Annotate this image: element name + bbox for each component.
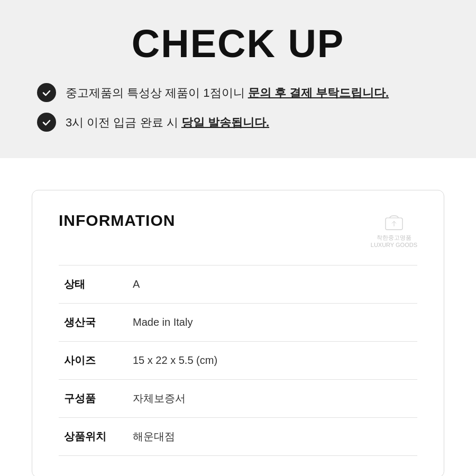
info-card: INFORMATION 착한중고명품 LUXURY GOODS 상태 A 생 bbox=[32, 190, 444, 476]
brand-watermark: 착한중고명품 LUXURY GOODS bbox=[371, 212, 417, 249]
brand-name: 착한중고명품 LUXURY GOODS bbox=[371, 234, 417, 249]
checkmark-icon-2 bbox=[37, 113, 56, 132]
row-value: 해운대점 bbox=[127, 417, 417, 455]
table-row: 생산국 Made in Italy bbox=[59, 303, 417, 341]
check-items-list: 중고제품의 특성상 제품이 1점이니 문의 후 결제 부탁드립니다. 3시 이전… bbox=[32, 83, 444, 132]
row-label: 구성품 bbox=[59, 379, 127, 417]
top-section: CHECK UP 중고제품의 특성상 제품이 1점이니 문의 후 결제 부탁드립… bbox=[0, 0, 476, 158]
table-row: 상태 A bbox=[59, 265, 417, 303]
bottom-section: INFORMATION 착한중고명품 LUXURY GOODS 상태 A 생 bbox=[0, 158, 476, 476]
check-item-1: 중고제품의 특성상 제품이 1점이니 문의 후 결제 부탁드립니다. bbox=[37, 83, 439, 102]
check-item-2: 3시 이전 입금 완료 시 당일 발송됩니다. bbox=[37, 113, 439, 132]
info-table: 상태 A 생산국 Made in Italy 사이즈 15 x 22 x 5.5… bbox=[59, 265, 417, 456]
table-row: 구성품 자체보증서 bbox=[59, 379, 417, 417]
table-row: 상품위치 해운대점 bbox=[59, 417, 417, 455]
check-highlight-2: 당일 발송됩니다. bbox=[181, 116, 269, 129]
brand-logo-icon bbox=[381, 212, 407, 233]
table-row: 사이즈 15 x 22 x 5.5 (cm) bbox=[59, 341, 417, 379]
row-value: Made in Italy bbox=[127, 303, 417, 341]
row-value: A bbox=[127, 265, 417, 303]
check-text-2: 3시 이전 입금 완료 시 당일 발송됩니다. bbox=[66, 114, 269, 131]
checkmark-icon-1 bbox=[37, 83, 56, 102]
info-header: INFORMATION 착한중고명품 LUXURY GOODS bbox=[59, 212, 417, 249]
row-label: 사이즈 bbox=[59, 341, 127, 379]
check-highlight-1: 문의 후 결제 부탁드립니다. bbox=[248, 86, 389, 99]
row-label: 상품위치 bbox=[59, 417, 127, 455]
row-value: 15 x 22 x 5.5 (cm) bbox=[127, 341, 417, 379]
page-title: CHECK UP bbox=[32, 16, 444, 66]
row-label: 상태 bbox=[59, 265, 127, 303]
row-value: 자체보증서 bbox=[127, 379, 417, 417]
check-text-1: 중고제품의 특성상 제품이 1점이니 문의 후 결제 부탁드립니다. bbox=[66, 84, 389, 102]
info-title: INFORMATION bbox=[59, 212, 175, 230]
row-label: 생산국 bbox=[59, 303, 127, 341]
